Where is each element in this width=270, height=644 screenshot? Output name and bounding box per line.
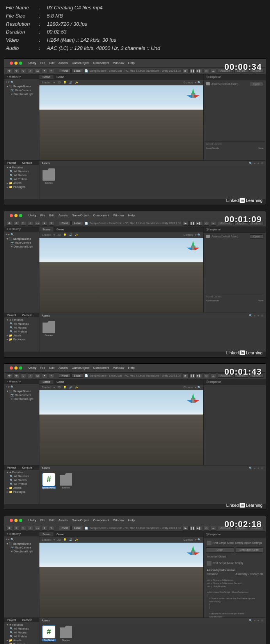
assets-folder[interactable]: ▸ 📁 Assets — [6, 181, 37, 185]
all-models[interactable]: 🔍 All Models — [6, 326, 37, 330]
local-toggle[interactable]: Local — [71, 526, 83, 530]
audio-toggle[interactable]: 🔊 — [69, 386, 73, 389]
inspector-tab[interactable]: ⓘ Inspector — [204, 227, 266, 233]
menu-assets[interactable]: Assets — [59, 518, 68, 522]
hand-tool-button[interactable]: ✥ — [7, 69, 12, 73]
cloud-button[interactable]: ☁ — [211, 373, 216, 378]
maximize-icon[interactable] — [19, 62, 22, 65]
audio-toggle[interactable]: 🔊 — [69, 81, 73, 84]
cloud-button[interactable]: ☁ — [211, 526, 216, 531]
breadcrumb[interactable]: Assets — [42, 619, 50, 622]
pause-button[interactable]: ❚❚ — [189, 526, 195, 531]
shaded-dropdown[interactable]: Shaded — [42, 538, 51, 541]
custom-tool-button[interactable]: ✎ — [49, 221, 54, 226]
mac-traffic-lights[interactable] — [7, 212, 25, 219]
collab-button[interactable]: ◐ — [204, 373, 209, 378]
move-tool-button[interactable]: ✢ — [14, 221, 19, 226]
menu-edit[interactable]: Edit — [49, 366, 55, 370]
close-icon[interactable] — [10, 366, 13, 370]
filter-icon[interactable]: ● — [254, 467, 256, 470]
menu-window[interactable]: Window — [113, 214, 124, 217]
step-button[interactable]: ▶❚ — [196, 69, 202, 73]
gizmos-dropdown[interactable]: Gizmos — [183, 538, 193, 541]
fx-toggle[interactable]: ✨ — [75, 386, 78, 389]
hierarchy-tab[interactable]: ≡ Hierarchy — [4, 227, 39, 232]
close-icon[interactable] — [10, 62, 13, 65]
menu-unity[interactable]: Unity — [28, 366, 36, 370]
game-tab[interactable]: Game — [53, 380, 67, 384]
hierarchy-item[interactable]: ☀ Directional Light — [6, 245, 37, 249]
inspector-tab[interactable]: ⓘ Inspector — [204, 379, 266, 385]
play-button[interactable]: ▶ — [183, 373, 189, 378]
all-prefabs[interactable]: 🔍 All Prefabs — [6, 635, 37, 639]
packages-folder[interactable]: ▸ 📁 Packages — [6, 642, 37, 644]
2d-toggle[interactable]: 2D — [57, 386, 61, 389]
scale-tool-button[interactable]: ⤢ — [28, 526, 33, 531]
all-models[interactable]: 🔍 All Models — [6, 478, 37, 482]
fx-toggle[interactable]: ✨ — [75, 81, 78, 84]
rotate-tool-button[interactable]: ↻ — [21, 69, 26, 73]
shaded-dropdown[interactable]: Shaded — [42, 386, 51, 389]
fx-toggle[interactable]: ✨ — [75, 234, 78, 237]
hand-tool-button[interactable]: ✥ — [7, 221, 12, 226]
assets-folder[interactable]: ▸ 📁 Assets — [6, 639, 37, 642]
menu-edit[interactable]: Edit — [49, 61, 55, 65]
menu-help[interactable]: Help — [128, 366, 134, 370]
assets-folder[interactable]: ▸ 📁 Assets — [6, 334, 37, 338]
all-prefabs[interactable]: 🔍 All Prefabs — [6, 177, 37, 181]
y-axis-icon[interactable] — [192, 393, 195, 399]
game-tab[interactable]: Game — [53, 75, 67, 79]
cloud-button[interactable]: ☁ — [211, 69, 216, 73]
y-axis-icon[interactable] — [192, 88, 195, 94]
filter-icon[interactable]: ● — [254, 162, 256, 165]
favorites-folder[interactable]: ▾ ★ Favorites — [6, 318, 37, 322]
hierarchy-tab[interactable]: ≡ Hierarchy — [4, 379, 39, 384]
menu-unity[interactable]: Unity — [28, 518, 36, 522]
execution-order-button[interactable]: Execution Order — [236, 547, 264, 553]
breadcrumb[interactable]: Assets — [42, 467, 50, 469]
minimize-icon[interactable] — [14, 214, 18, 217]
packages-folder[interactable]: ▸ 📁 Packages — [6, 338, 37, 341]
collab-button[interactable]: ◐ — [204, 69, 209, 73]
scene-root[interactable]: ▾ ⬛ SampleScene — [6, 237, 37, 241]
rect-tool-button[interactable]: ▭ — [35, 373, 40, 378]
pivot-toggle[interactable]: Pivot — [59, 221, 71, 225]
favorites-folder[interactable]: ▾ ★ Favorites — [6, 623, 37, 627]
orientation-gizmo[interactable] — [185, 240, 201, 256]
gizmos-dropdown[interactable]: Gizmos — [183, 234, 193, 236]
2d-toggle[interactable]: 2D — [57, 234, 61, 236]
menu-unity[interactable]: Unity — [28, 214, 36, 217]
menu-assets[interactable]: Assets — [59, 214, 68, 217]
asset-item[interactable]: Scenes — [59, 473, 73, 489]
all-models[interactable]: 🔍 All Models — [6, 173, 37, 177]
packages-folder[interactable]: ▸ 📁 Packages — [6, 490, 37, 494]
orientation-gizmo[interactable] — [185, 88, 201, 103]
menu-component[interactable]: Component — [93, 61, 109, 65]
all-materials[interactable]: 🔍 All Materials — [6, 474, 37, 478]
all-models[interactable]: 🔍 All Models — [6, 631, 37, 635]
minimize-icon[interactable] — [14, 519, 18, 522]
custom-tool-button[interactable]: ✎ — [49, 526, 54, 531]
menu-assets[interactable]: Assets — [59, 61, 68, 65]
menu-window[interactable]: Window — [113, 518, 124, 522]
play-button[interactable]: ▶ — [183, 221, 189, 226]
shaded-dropdown[interactable]: Shaded — [42, 234, 51, 236]
scale-tool-button[interactable]: ⤢ — [28, 373, 33, 378]
cloud-button[interactable]: ☁ — [211, 221, 216, 226]
lighting-toggle[interactable]: 💡 — [63, 234, 67, 237]
menu-file[interactable]: File — [40, 518, 45, 522]
pause-button[interactable]: ❚❚ — [189, 373, 195, 378]
pivot-toggle[interactable]: Pivot — [59, 526, 71, 530]
pivot-toggle[interactable]: Pivot — [59, 69, 71, 73]
menu-file[interactable]: File — [40, 61, 45, 65]
local-toggle[interactable]: Local — [71, 373, 83, 378]
hierarchy-tab[interactable]: ≡ Hierarchy — [4, 532, 39, 536]
rect-tool-button[interactable]: ▭ — [35, 69, 40, 73]
hierarchy-item[interactable]: ☀ Directional Light — [6, 397, 37, 401]
menu-file[interactable]: File — [40, 214, 45, 217]
console-tab[interactable]: Console — [19, 618, 36, 622]
open-button[interactable]: Open — [250, 82, 263, 86]
inspector-tab[interactable]: ⓘ Inspector — [204, 74, 266, 80]
lighting-toggle[interactable]: 💡 — [63, 81, 67, 84]
transform-tool-button[interactable]: ✦ — [42, 526, 47, 531]
